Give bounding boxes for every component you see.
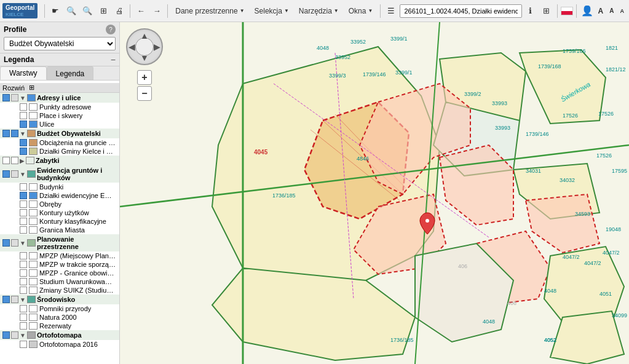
layer-group-planowanie-header[interactable]: ▼ Planowanie przestrzenne (0, 234, 119, 251)
expand-arrow-adresy[interactable]: ▼ (20, 95, 26, 101)
menu-narzedzia-button[interactable]: Narzędzia ▼ (295, 4, 343, 18)
nav-north[interactable]: ▲ (140, 31, 149, 41)
layer-item-natura[interactable]: Natura 2000 (0, 313, 119, 322)
font-medium-button[interactable]: A (607, 4, 616, 18)
checkbox-mpzp[interactable] (20, 252, 27, 259)
nav-west[interactable]: ◀ (129, 42, 135, 52)
profile-select[interactable]: Budżet Obywatelski (4, 37, 116, 50)
checkbox-natura[interactable] (20, 314, 27, 321)
layer-item-punkty[interactable]: Punkty adresowe (0, 103, 119, 111)
expand-arrow-planowanie[interactable]: ▼ (20, 240, 26, 247)
checkbox-granica[interactable] (20, 226, 27, 234)
checkbox-mpzp-gran[interactable] (20, 269, 27, 277)
compass[interactable]: ▲ ▼ ▶ ◀ (126, 28, 163, 65)
group-checkbox-ortofoto[interactable] (2, 331, 10, 339)
group-checkbox-planowanie[interactable] (2, 239, 10, 247)
expand-arrow-zabytki[interactable]: ▶ (20, 157, 25, 164)
tab-legenda[interactable]: Legenda (47, 66, 94, 80)
nav-south[interactable]: ▼ (140, 53, 149, 63)
account-button[interactable]: 👤 (580, 4, 595, 18)
zoom-in-button[interactable]: 🔍 (64, 4, 79, 18)
layer-item-rezerw[interactable]: Rezerwaty (0, 322, 119, 330)
layer-item-kontury-kl[interactable]: Kontury klasyfikacyjne (0, 217, 119, 226)
layer-item-dzialki-gm[interactable]: Działki Gminy Kielce i Miasta Ki... (0, 147, 119, 156)
checkbox-orto2016[interactable] (20, 341, 27, 348)
expand-arrow-ewidencja[interactable]: ▼ (20, 171, 26, 178)
nav-east[interactable]: ▶ (154, 42, 160, 52)
layer-item-obreby[interactable]: Obręby (0, 200, 119, 208)
checkbox-place[interactable] (20, 112, 27, 119)
checkbox-ulice[interactable] (20, 121, 27, 128)
group-vis-adresy[interactable] (11, 94, 18, 101)
layer-item-mpzp[interactable]: MPZP (Miejscowy Plan Zagospo... (0, 251, 119, 260)
layer-item-place[interactable]: Place i skwery (0, 111, 119, 120)
help-button[interactable]: ? (106, 25, 116, 34)
expand-arrow-budzet[interactable]: ▼ (20, 130, 26, 137)
checkbox-dzialki-gm[interactable] (20, 148, 27, 155)
layer-item-mpzp-gran[interactable]: MPZP - Granice obowiązując... (0, 269, 119, 277)
layer-group-ortofoto-header[interactable]: ▼ Ortofotomapa (0, 330, 119, 340)
table-button[interactable]: ⊞ (539, 4, 554, 18)
language-flag[interactable] (561, 7, 573, 15)
print-button[interactable]: 🖨 (112, 4, 127, 18)
checkbox-obciaz[interactable] (20, 139, 27, 146)
layer-tree[interactable]: Rozwiń ⊞ ▼ Adresy i ulice Punkty adresow… (0, 81, 119, 364)
map-area[interactable]: ▲ ▼ ▶ ◀ + − (120, 22, 629, 364)
checkbox-studium[interactable] (20, 278, 27, 285)
hand-tool-button[interactable]: ☛ (48, 4, 63, 18)
info-button[interactable]: ℹ (523, 4, 538, 18)
zoom-in-map-button[interactable]: + (137, 70, 152, 85)
zoom-out-map-button[interactable]: − (137, 86, 152, 101)
hamburger-button[interactable]: ☰ (384, 4, 398, 18)
checkbox-kontury-kl[interactable] (20, 218, 27, 225)
group-vis-srodowisko[interactable] (11, 296, 18, 303)
expand-arrow-ortofoto[interactable]: ▼ (20, 332, 26, 339)
layer-item-mpzp-trak[interactable]: MPZP w trakcie sporządzania (0, 260, 119, 269)
group-vis-ortofoto[interactable] (11, 331, 18, 339)
checkbox-dzialki-egib[interactable] (20, 192, 27, 199)
checkbox-kontury-uz[interactable] (20, 209, 27, 216)
group-vis-planowanie[interactable] (11, 239, 18, 247)
layer-item-obciaz[interactable]: Obciążenia na gruncie - dzierż... (0, 138, 119, 147)
tab-warstwy[interactable]: Warstwy (0, 66, 47, 80)
group-vis-zabytki[interactable] (11, 157, 18, 164)
group-vis-budzet[interactable] (11, 130, 18, 137)
menu-selekcja-button[interactable]: Selekcja ▼ (250, 4, 293, 18)
layer-group-zabytki-header[interactable]: ▶ Zabytki (0, 156, 119, 165)
map-canvas[interactable]: Świerkowa 4048 33952 3399/1 1739/166 182… (120, 22, 629, 364)
layer-group-adresy-header[interactable]: ▼ Adresy i ulice (0, 93, 119, 103)
group-checkbox-zabytki[interactable] (2, 157, 10, 164)
layer-item-kontury-uz[interactable]: Kontury użytków (0, 208, 119, 217)
zoom-extent-button[interactable]: ⊞ (96, 4, 111, 18)
expand-arrow-srodowisko[interactable]: ▼ (20, 296, 26, 303)
font-small-button[interactable]: A (618, 4, 627, 18)
checkbox-obreby[interactable] (20, 200, 27, 208)
back-button[interactable]: ← (133, 4, 148, 18)
layer-item-orto2016[interactable]: Ortofotomapa 2016 (0, 340, 119, 349)
forward-button[interactable]: → (149, 4, 164, 18)
checkbox-punkty[interactable] (20, 103, 27, 111)
group-checkbox-ewidencja[interactable] (2, 170, 10, 178)
menu-okna-button[interactable]: Okna ▼ (344, 4, 378, 18)
layer-item-granica[interactable]: Granica Miasta (0, 226, 119, 234)
checkbox-rezerw[interactable] (20, 322, 27, 330)
zoom-out-button[interactable]: 🔍 (80, 4, 95, 18)
layer-item-budynki[interactable]: Budynki (0, 183, 119, 191)
group-checkbox-adresy[interactable] (2, 94, 10, 101)
checkbox-mpzp-trak[interactable] (20, 261, 27, 268)
layer-group-ewidencja-header[interactable]: ▼ Ewidencja gruntów i budynków (0, 165, 119, 183)
search-input[interactable] (400, 4, 521, 18)
layer-item-zmiany[interactable]: Zmiany SUIKZ (Studium) w trak... (0, 286, 119, 295)
layer-group-budzet-header[interactable]: ▼ Budżet Obywatelski (0, 129, 119, 138)
layer-item-pomniki[interactable]: Pomniki przyrody (0, 304, 119, 313)
menu-dane-button[interactable]: Dane przestrzenne ▼ (171, 4, 248, 18)
layer-item-studium[interactable]: Studium Uwarunkowań i Kieru... (0, 277, 119, 286)
legenda-collapse-button[interactable]: − (111, 55, 116, 65)
checkbox-pomniki[interactable] (20, 305, 27, 312)
group-checkbox-srodowisko[interactable] (2, 296, 10, 303)
checkbox-budynki[interactable] (20, 183, 27, 191)
group-checkbox-budzet[interactable] (2, 130, 10, 137)
layer-group-srodowisko-header[interactable]: ▼ Środowisko (0, 295, 119, 304)
checkbox-zmiany[interactable] (20, 287, 27, 294)
layer-item-dzialki-egib[interactable]: Działki ewidencyjne EGIB (0, 191, 119, 200)
